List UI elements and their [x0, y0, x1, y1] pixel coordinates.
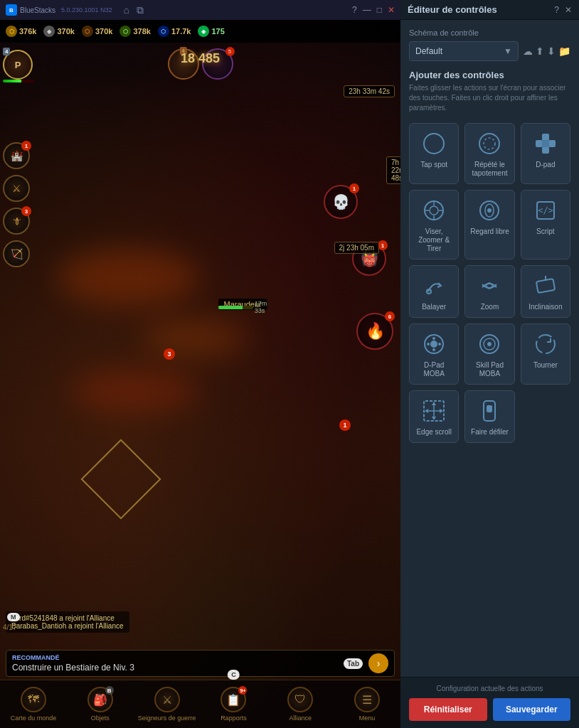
control-aim[interactable]: Viser, Zoomer & Tirer	[409, 190, 459, 259]
food-icon: ⬡	[119, 26, 131, 37]
nav-icon-1: 🗺	[21, 687, 46, 712]
nav-badge-reports: 9+	[238, 686, 247, 695]
tap-spot-icon	[421, 131, 447, 156]
rec-label: RECOMMANDÉ	[12, 654, 338, 661]
c-key-badge: C	[228, 670, 240, 680]
schema-select[interactable]: Default ▼	[409, 41, 519, 61]
control-repeat-tap[interactable]: Répété le tapotement	[464, 123, 514, 184]
schema-dropdown-icon: ▼	[504, 46, 512, 56]
nav-alliance[interactable]: 🛡 Alliance	[267, 680, 334, 728]
player-hp-fill	[3, 80, 21, 82]
maximize-icon[interactable]: □	[377, 5, 382, 15]
map-area[interactable]: 7h 22m 48s 💀 1 👹 1 2j 23h 05m Maraudeur	[36, 100, 400, 636]
control-tap-spot[interactable]: Tap spot	[409, 123, 459, 184]
help-icon[interactable]: ?	[352, 5, 357, 15]
rec-text: Construire un Bestiaire de Niv. 3	[12, 663, 338, 673]
control-dpad[interactable]: D-pad	[521, 123, 570, 184]
page-count: 4/17	[3, 623, 16, 631]
editor-help-icon[interactable]: ?	[554, 5, 559, 15]
schema-folder-icon[interactable]: 📁	[558, 46, 570, 57]
repeat-tap-label: Répété le tapotement	[468, 161, 511, 178]
side-badge-2: 3	[21, 206, 31, 216]
control-zoom[interactable]: Zoom	[464, 265, 514, 318]
control-freelook[interactable]: Regard libre	[464, 190, 514, 259]
nav-seigneurs[interactable]: ⚔ Seigneurs de guerre	[134, 680, 201, 728]
nav-menu[interactable]: ☰ Menu	[334, 680, 400, 728]
svg-rect-7	[542, 140, 549, 147]
schema-label: Schéma de contrôle	[409, 28, 570, 37]
stone-icon: ◆	[43, 26, 55, 37]
control-skill-moba[interactable]: Skill Pad MOBA	[464, 323, 514, 385]
editor-footer: Configuration actuelle des actions Réini…	[400, 677, 579, 728]
marauder-hp-fill	[218, 306, 243, 309]
schema-row: Default ▼ ☁ ⬆ ⬇ 📁	[409, 41, 570, 61]
home-icon[interactable]: ⌂	[124, 4, 129, 16]
window-controls: ? — □ ✕	[352, 5, 395, 15]
map-badge-2: 1	[339, 419, 351, 431]
control-dpad-moba[interactable]: D-Pad MOBA	[409, 323, 459, 385]
editor-close-icon[interactable]: ✕	[565, 5, 572, 15]
editor-title-icons: ? ✕	[554, 5, 572, 15]
chat-area: Lord#5241848 a rejoint l'Alliance Baraba…	[6, 611, 129, 633]
svg-point-16	[487, 208, 492, 213]
script-label: Script	[536, 228, 555, 236]
svg-point-24	[430, 341, 437, 348]
control-tilt[interactable]: Inclinaison	[521, 265, 570, 318]
bluestacks-titlebar: B BlueStacks 5.0.230.1001 N32 ⌂ ⧉ ? — □ …	[0, 0, 400, 20]
bs-app-name: BlueStacks	[20, 6, 55, 14]
control-edge-scroll[interactable]: Edge scroll	[409, 390, 459, 443]
multi-instance-icon[interactable]: ⧉	[137, 4, 144, 16]
nav-carte-du-monde[interactable]: 🗺 Carte du monde	[0, 680, 67, 728]
save-button[interactable]: Sauvegarder	[493, 698, 571, 721]
editor-title: Éditeur de contrôles	[408, 4, 497, 15]
side-icon-3[interactable]: 🗡 3	[3, 208, 30, 235]
unit-badge-3: 6	[385, 311, 395, 321]
footer-label: Configuration actuelle des actions	[409, 685, 570, 692]
timer-1: 23h 33m 42s	[344, 85, 395, 97]
svg-rect-21	[536, 279, 555, 293]
footer-buttons: Réinitialiser Sauvegarder	[409, 698, 570, 721]
svg-marker-36	[425, 409, 428, 413]
game-viewport[interactable]: 4 5 18 485 4 P 23h 33m 42s 🏰 1	[0, 43, 400, 728]
wood-value: 370k	[95, 27, 112, 36]
reset-button[interactable]: Réinitialiser	[409, 698, 487, 721]
schema-import-icon[interactable]: ⬆	[536, 46, 544, 57]
player-hp-bar	[3, 80, 34, 82]
side-icon-4[interactable]: 🏹	[3, 240, 30, 267]
control-rotate[interactable]: Tourner	[521, 323, 570, 385]
gold-resource: ⬡ 376k	[6, 26, 36, 37]
add-controls-title: Ajouter des contrôles	[409, 70, 570, 80]
nav-objets[interactable]: 🎒 B Objets	[67, 680, 134, 728]
bottom-navigation: 🗺 Carte du monde 🎒 B Objets ⚔ Seigneurs …	[0, 680, 400, 728]
minimize-icon[interactable]: —	[363, 5, 371, 15]
chat-line-1: Lord#5241848 a rejoint l'Alliance	[11, 614, 124, 622]
side-icon-1[interactable]: 🏰 1	[3, 142, 30, 169]
freelook-label: Regard libre	[470, 228, 509, 236]
gold-icon: ⬡	[6, 26, 17, 37]
m-key-badge: M	[7, 613, 20, 621]
food-resource: ⬡ 378k	[119, 26, 150, 37]
badge-p2: 5	[225, 47, 235, 56]
enemy-unit-1: 💀 1	[324, 185, 358, 219]
svg-rect-3	[542, 134, 549, 141]
aim-icon	[421, 198, 447, 223]
nav-label-2: Objets	[91, 714, 110, 722]
rec-arrow[interactable]: ›	[368, 653, 388, 673]
svg-point-32	[536, 335, 555, 353]
svg-rect-39	[487, 405, 492, 412]
rotate-label: Tourner	[533, 361, 558, 370]
control-script[interactable]: </> Script	[521, 190, 570, 259]
editor-panel: Éditeur de contrôles ? ✕ Schéma de contr…	[400, 0, 579, 728]
schema-upload-icon[interactable]: ☁	[523, 46, 533, 57]
control-scroll[interactable]: Faire défiler	[464, 390, 514, 443]
tap-spot-label: Tap spot	[420, 161, 447, 169]
side-icon-2[interactable]: ⚔	[3, 175, 30, 202]
close-icon[interactable]: ✕	[388, 5, 395, 15]
bluestacks-logo: B BlueStacks 5.0.230.1001 N32	[6, 4, 112, 16]
control-swipe[interactable]: Balayer	[409, 265, 459, 318]
schema-export-icon[interactable]: ⬇	[547, 46, 556, 57]
script-icon: </>	[533, 198, 558, 223]
dpad-label: D-pad	[536, 161, 555, 169]
nav-rapports[interactable]: C 📋 9+ Rapports	[200, 680, 267, 728]
nav-icon-wrap-1: 🗺	[21, 687, 46, 712]
